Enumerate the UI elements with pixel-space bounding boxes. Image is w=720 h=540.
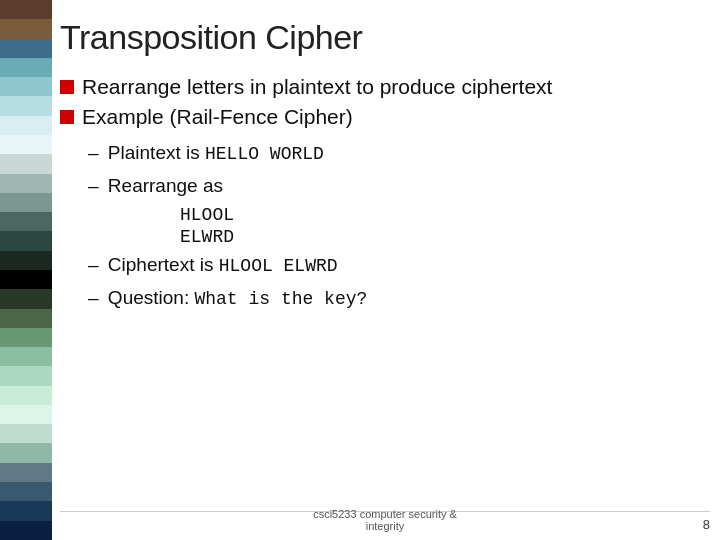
sub-question-label: Question: [108, 287, 195, 308]
sub-ciphertext-value: HLOOL ELWRD [219, 256, 338, 276]
color-swatch [0, 212, 52, 231]
sub-plaintext-value: HELLO WORLD [205, 144, 324, 164]
color-swatch [0, 77, 52, 96]
sub-question-value: What is the key? [194, 289, 367, 309]
bullet-item-1: Rearrange letters in plaintext to produc… [60, 75, 700, 99]
bullet-icon-2 [60, 110, 74, 124]
color-swatch [0, 443, 52, 462]
color-swatch [0, 19, 52, 38]
main-content: Transposition Cipher Rearrange letters i… [60, 18, 700, 500]
color-swatch [0, 328, 52, 347]
footer-text: csci5233 computer security &integrity [313, 508, 457, 532]
color-swatch [0, 39, 52, 58]
sub-list: – Plaintext is HELLO WORLD – Rearrange a… [88, 139, 700, 201]
color-swatch [0, 116, 52, 135]
color-swatch [0, 270, 52, 289]
color-swatch [0, 0, 52, 19]
color-swatch [0, 135, 52, 154]
color-swatch [0, 193, 52, 212]
color-swatch [0, 347, 52, 366]
color-swatch [0, 463, 52, 482]
sub-ciphertext-label: Ciphertext is [108, 254, 219, 275]
color-swatch [0, 424, 52, 443]
code-elwrd: ELWRD [180, 227, 700, 247]
color-swatch [0, 96, 52, 115]
color-swatch [0, 386, 52, 405]
slide-number: 8 [703, 517, 710, 532]
bullet-icon-1 [60, 80, 74, 94]
color-swatch [0, 58, 52, 77]
color-swatch [0, 309, 52, 328]
sub-plaintext-label: Plaintext is [108, 142, 205, 163]
sub-item-ciphertext: – Ciphertext is HLOOL ELWRD [88, 251, 700, 280]
color-swatch [0, 154, 52, 173]
color-swatch [0, 174, 52, 193]
sub-item-2: – Rearrange as [88, 172, 700, 201]
color-strip [0, 0, 52, 540]
color-swatch [0, 482, 52, 501]
color-swatch [0, 366, 52, 385]
bullet-item-2: Example (Rail-Fence Cipher) [60, 105, 700, 129]
color-swatch [0, 289, 52, 308]
color-swatch [0, 251, 52, 270]
color-swatch [0, 231, 52, 250]
color-swatch [0, 405, 52, 424]
color-swatch [0, 501, 52, 520]
slide-title: Transposition Cipher [60, 18, 700, 57]
sub-item-question: – Question: What is the key? [88, 284, 700, 313]
footer: csci5233 computer security &integrity [60, 508, 710, 532]
color-swatch [0, 521, 52, 540]
sub-item-1: – Plaintext is HELLO WORLD [88, 139, 700, 168]
bullet-list: Rearrange letters in plaintext to produc… [60, 75, 700, 129]
sub-list-2: – Ciphertext is HLOOL ELWRD – Question: … [88, 251, 700, 313]
sub-rearrange-label: Rearrange as [108, 175, 223, 196]
code-hlool: HLOOL [180, 205, 700, 225]
bullet-text-2: Example (Rail-Fence Cipher) [82, 105, 353, 129]
bullet-text-1: Rearrange letters in plaintext to produc… [82, 75, 552, 99]
